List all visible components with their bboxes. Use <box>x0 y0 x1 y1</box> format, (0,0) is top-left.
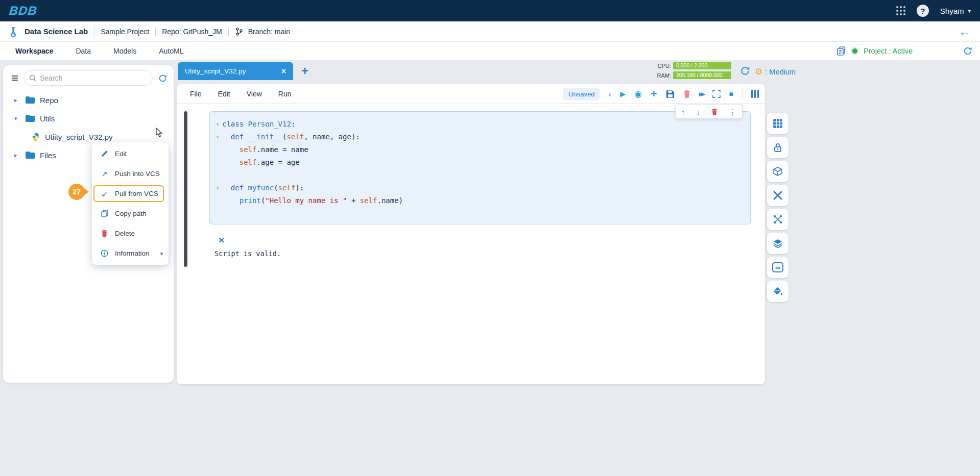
editor-menu-bar: File Edit View Run Unsaved ‹ ▶ ◉ + ▶▶ <box>177 84 765 104</box>
rail-shuffle-button[interactable] <box>767 185 788 206</box>
preview-icon[interactable]: ◉ <box>634 90 642 98</box>
copy-icon <box>100 210 109 217</box>
menu-file[interactable]: File <box>190 90 202 98</box>
gear-icon: ⚙ <box>755 66 762 77</box>
search-box <box>23 70 153 86</box>
project-status-label: Project : Active <box>864 47 913 55</box>
trash-icon <box>100 230 109 237</box>
topbar: BDB ? Shyam ▾ <box>0 0 980 21</box>
menu-item-edit[interactable]: Edit <box>92 144 169 164</box>
hamburger-menu-icon[interactable]: ≡ <box>11 72 18 84</box>
menu-run[interactable]: Run <box>278 90 292 98</box>
editor-action-bar: Unsaved ‹ ▶ ◉ + ▶▶ ■ <box>563 84 762 104</box>
editor-scrollbar[interactable] <box>184 111 187 267</box>
add-icon[interactable]: + <box>651 88 657 99</box>
topbar-right: ? Shyam ▾ <box>896 5 971 17</box>
app-title: Data Science Lab <box>25 27 88 36</box>
run-all-icon[interactable]: ▶▶ <box>699 91 704 97</box>
menu-item-copy-path[interactable]: Copy path <box>92 204 169 223</box>
menu-edit[interactable]: Edit <box>218 90 230 98</box>
rail-model-button[interactable] <box>767 161 788 182</box>
app-launcher-icon[interactable] <box>896 6 905 15</box>
divider <box>742 88 743 100</box>
search-input[interactable] <box>40 74 147 82</box>
flask-icon <box>8 26 19 37</box>
rail-layers-button[interactable] <box>767 233 788 254</box>
rail-pipeline-button[interactable]: ∞ <box>767 257 788 278</box>
sidebar-toolbar: ≡ <box>3 70 174 86</box>
sidebar-refresh-icon[interactable] <box>158 73 168 83</box>
move-up-icon[interactable]: ↑ <box>681 108 685 116</box>
tree-item-utils[interactable]: ▾ Utils <box>3 109 174 128</box>
panel-columns-icon[interactable] <box>751 90 759 98</box>
resource-tier-selector[interactable]: ⚙ : Medium <box>755 66 796 77</box>
code-area[interactable]: ▾class Person_V12:▾ def __init__(self, n… <box>209 111 751 224</box>
chevron-right-icon[interactable]: ▸ <box>14 152 20 159</box>
nav-back-icon[interactable]: ‹ <box>608 90 611 98</box>
menu-item-label: Copy path <box>115 210 147 217</box>
cpu-row: CPU: 0.000 / 2.000 <box>655 62 731 69</box>
menu-item-label: Information <box>115 249 150 257</box>
chevron-right-icon[interactable]: ▸ <box>14 97 20 104</box>
folder-icon <box>25 151 35 159</box>
back-arrow-icon[interactable]: ← <box>959 24 971 39</box>
kebab-menu-icon[interactable]: ⋮ <box>729 108 736 116</box>
info-icon <box>100 249 109 257</box>
menu-view[interactable]: View <box>247 90 262 98</box>
rail-dataset-button[interactable] <box>767 113 788 134</box>
cell-toolbar: ↑ ↓ ⋮ <box>675 105 743 119</box>
delete-script-icon[interactable] <box>683 90 690 98</box>
ram-row: RAM: 205.180 / 8000.000 <box>655 71 731 79</box>
tab-automl[interactable]: AutoML <box>159 47 183 55</box>
arrow-down-left-icon: ↙ <box>100 189 109 198</box>
user-menu[interactable]: Shyam ▾ <box>940 7 971 15</box>
tab-workspace[interactable]: Workspace <box>15 47 53 55</box>
cpu-label: CPU: <box>655 63 671 69</box>
menu-item-information[interactable]: Information ▸ <box>92 243 169 263</box>
rail-secrets-button[interactable] <box>767 137 788 158</box>
fullscreen-icon[interactable] <box>712 90 721 98</box>
save-icon[interactable] <box>666 90 675 98</box>
menu-item-label: Push into VCS <box>115 170 160 178</box>
open-file-tab[interactable]: Utiity_script_V32.py × <box>178 62 293 80</box>
help-icon[interactable]: ? <box>917 5 929 17</box>
tree-item-repo[interactable]: ▸ Repo <box>3 91 174 109</box>
delete-cell-icon[interactable] <box>711 108 718 115</box>
project-name-crumb[interactable]: Sample Project <box>101 28 156 36</box>
new-tab-icon[interactable]: + <box>301 64 308 78</box>
bucket-icon <box>773 286 783 296</box>
bdb-logo[interactable]: BDB <box>9 4 38 18</box>
folder-icon <box>25 96 35 104</box>
tab-models[interactable]: Models <box>113 47 136 55</box>
stop-icon[interactable]: ■ <box>729 90 733 97</box>
logs-icon[interactable] <box>836 46 846 56</box>
menu-item-pull-vcs[interactable]: ↙ Pull from VCS <box>92 184 169 204</box>
file-context-menu: Edit ↗ Push into VCS ↙ Pull from VCS Cop… <box>92 142 169 265</box>
validation-close-icon[interactable]: × <box>219 235 224 246</box>
cpu-usage-badge: 0.000 / 2.000 <box>673 62 731 69</box>
resource-refresh-icon[interactable] <box>739 65 751 77</box>
tab-close-icon[interactable]: × <box>281 67 286 76</box>
refresh-icon[interactable] <box>963 46 973 56</box>
menu-item-delete[interactable]: Delete <box>92 223 169 243</box>
repo-name-crumb[interactable]: Repo: GitPush_JM <box>162 28 229 36</box>
chevron-down-icon[interactable]: ▾ <box>14 115 20 122</box>
cube-icon <box>773 166 783 177</box>
search-icon <box>29 74 36 82</box>
branch-name: Branch: main <box>248 28 290 36</box>
run-script-icon[interactable]: ▶ <box>620 90 626 97</box>
project-active-dot <box>852 48 857 54</box>
app-title-crumb: Data Science Lab <box>8 26 94 37</box>
infinity-icon: ∞ <box>772 262 783 272</box>
resource-usage-block: CPU: 0.000 / 2.000 RAM: 205.180 / 8000.0… <box>655 62 731 81</box>
tab-data[interactable]: Data <box>76 47 91 55</box>
tree-label: Utils <box>40 114 55 123</box>
menu-item-push-vcs[interactable]: ↗ Push into VCS <box>92 164 169 184</box>
move-down-icon[interactable]: ↓ <box>697 108 701 116</box>
branch-crumb[interactable]: Branch: main <box>235 27 296 36</box>
menu-item-label: Pull from VCS <box>115 190 158 197</box>
rail-split-button[interactable] <box>767 209 788 230</box>
arrow-up-right-icon: ↗ <box>100 169 109 179</box>
shuffle-icon <box>773 191 782 200</box>
rail-bucket-button[interactable] <box>767 281 788 302</box>
